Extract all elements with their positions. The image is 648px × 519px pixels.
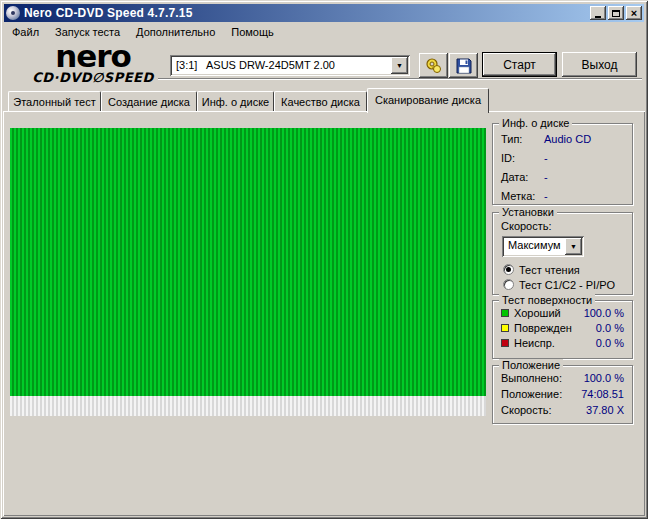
menu-extra[interactable]: Дополнительно xyxy=(128,24,223,40)
damaged-label: Поврежден xyxy=(514,322,572,334)
chevron-down-icon: ▼ xyxy=(570,243,577,250)
speed-readout-label: Скорость: xyxy=(501,404,552,416)
radio-c1c2-test-label: Тест C1/C2 - PI/PO xyxy=(519,279,615,291)
close-icon: × xyxy=(631,8,637,18)
maximize-icon xyxy=(612,10,620,17)
maximize-button[interactable] xyxy=(608,6,624,20)
close-button[interactable]: × xyxy=(626,6,642,20)
nero-logo-text: nero xyxy=(28,42,158,70)
floppy-save-icon xyxy=(456,58,472,74)
cdvd-speed-logo-text: CD·DVD∅SPEED xyxy=(28,70,158,85)
surface-test-title: Тест поверхности xyxy=(499,294,595,306)
nero-logo: nero CD·DVD∅SPEED xyxy=(28,42,158,85)
save-button[interactable] xyxy=(449,53,478,78)
surface-test-group: Тест поверхности Хороший 100.0 % Поврежд… xyxy=(492,300,633,359)
chevron-down-icon: ▼ xyxy=(396,62,403,69)
disc-info-title: Инф. о диске xyxy=(499,117,572,129)
drive-selector-dropdown-button[interactable]: ▼ xyxy=(391,57,408,74)
scan-grid-unread-area xyxy=(10,396,486,416)
damaged-legend-swatch xyxy=(501,324,509,332)
position-label: Положение: xyxy=(501,388,562,400)
scan-disc-panel: Инф. о диске Тип: Audio CD ID: - Дата: -… xyxy=(3,111,645,516)
settings-title: Установки xyxy=(499,206,557,218)
app-cd-icon xyxy=(6,6,20,20)
disc-date-value: - xyxy=(544,171,548,183)
minimize-button[interactable] xyxy=(590,6,606,20)
good-label: Хороший xyxy=(514,307,561,319)
speed-selector[interactable]: Максимум ▼ xyxy=(502,236,584,257)
unreadable-value: 0.0 % xyxy=(596,337,624,349)
damaged-value: 0.0 % xyxy=(596,322,624,334)
tab-benchmark[interactable]: Эталонный тест xyxy=(8,91,101,112)
completed-value: 100.0 % xyxy=(584,372,624,384)
eject-keys-button[interactable] xyxy=(419,53,448,78)
radio-selected-dot xyxy=(506,267,511,272)
disc-type-label: Тип: xyxy=(501,133,522,145)
completed-label: Выполнено: xyxy=(501,372,562,384)
drive-selector-value: [3:1] ASUS DRW-24D5MT 2.00 xyxy=(176,59,335,71)
menu-file[interactable]: Файл xyxy=(4,24,47,40)
disc-id-value: - xyxy=(544,152,548,164)
good-value: 100.0 % xyxy=(584,307,624,319)
speed-dropdown-button[interactable]: ▼ xyxy=(565,238,582,255)
disc-type-value: Audio CD xyxy=(544,133,591,145)
tab-label: Качество диска xyxy=(281,96,360,108)
title-bar[interactable]: Nero CD-DVD Speed 4.7.7.15 × xyxy=(4,4,644,22)
speed-selector-value: Максимум xyxy=(508,239,561,251)
window-title: Nero CD-DVD Speed 4.7.7.15 xyxy=(24,6,193,20)
speed-label: Скорость: xyxy=(501,220,552,232)
start-button-label: Старт xyxy=(503,58,536,72)
position-title: Положение xyxy=(499,359,563,371)
disc-date-label: Дата: xyxy=(501,171,528,183)
speed-readout-value: 37.80 X xyxy=(586,404,624,416)
disc-info-group: Инф. о диске Тип: Audio CD ID: - Дата: -… xyxy=(492,123,633,205)
scan-grid-good-area xyxy=(10,128,486,396)
app-window: Nero CD-DVD Speed 4.7.7.15 × Файл Запуск… xyxy=(0,0,648,519)
disc-id-label: ID: xyxy=(501,152,515,164)
tab-disc-info[interactable]: Инф. о диске xyxy=(197,91,274,112)
tab-label: Инф. о диске xyxy=(202,96,269,108)
disc-label-label: Метка: xyxy=(501,190,535,202)
tab-label: Создание диска xyxy=(108,96,190,108)
disc-label-value: - xyxy=(544,190,548,202)
tab-scan-disc[interactable]: Сканирование диска xyxy=(367,88,489,113)
radio-read-test-label: Тест чтения xyxy=(519,264,580,276)
radio-read-test[interactable] xyxy=(503,264,514,275)
toolbar-separator xyxy=(158,78,642,80)
position-group: Положение Выполнено: 100.0 % Положение: … xyxy=(492,365,633,424)
tab-disc-quality[interactable]: Качество диска xyxy=(274,91,367,112)
unreadable-legend-swatch xyxy=(501,339,509,347)
tab-label: Сканирование диска xyxy=(375,94,481,106)
tab-label: Эталонный тест xyxy=(13,96,95,108)
menu-help[interactable]: Помощь xyxy=(223,24,282,40)
settings-group: Установки Скорость: Максимум ▼ Тест чтен… xyxy=(492,212,633,295)
tab-create-disc[interactable]: Создание диска xyxy=(101,91,197,112)
scan-surface-grid xyxy=(10,128,486,416)
keys-icon xyxy=(425,57,443,75)
minimize-icon xyxy=(595,16,601,18)
good-legend-swatch xyxy=(501,309,509,317)
start-button[interactable]: Старт xyxy=(482,52,557,77)
exit-button-label: Выход xyxy=(582,58,618,72)
position-value: 74:08.51 xyxy=(581,388,624,400)
radio-c1c2-test[interactable] xyxy=(503,279,514,290)
exit-button[interactable]: Выход xyxy=(562,52,637,77)
unreadable-label: Неиспр. xyxy=(514,337,555,349)
drive-selector[interactable]: [3:1] ASUS DRW-24D5MT 2.00 ▼ xyxy=(170,55,410,76)
